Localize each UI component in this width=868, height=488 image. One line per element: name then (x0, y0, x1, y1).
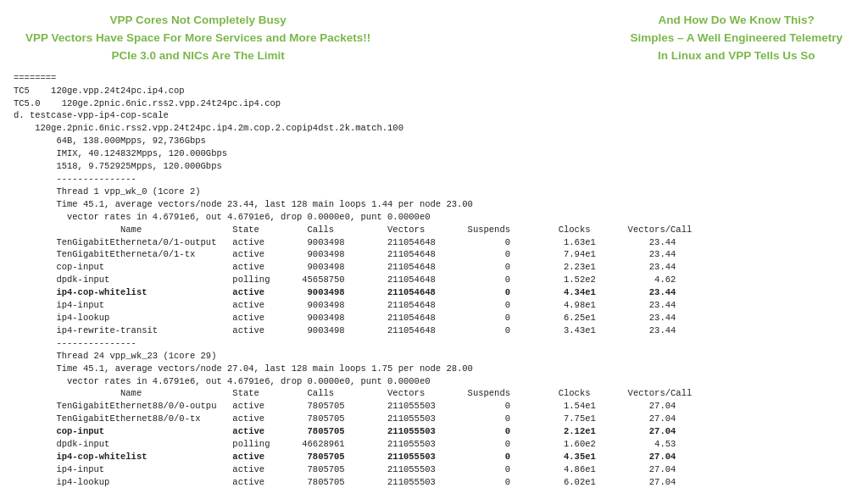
header-right-line3: In Linux and VPP Tells Us So (630, 47, 843, 65)
content-line: dpdk-input polling 45658750 211054648 0 … (14, 274, 676, 285)
content-line: ip4-input active 7805705 211055503 0 4.8… (14, 464, 676, 474)
content-line: TC5 120ge.vpp.24t24pc.ip4.cop (14, 86, 185, 96)
content-line: dpdk-input polling 46628961 211055503 0 … (14, 439, 676, 449)
content-line: Thread 24 vpp_wk_23 (1core 29) (14, 351, 216, 361)
content-line: Time 45.1, average vectors/node 23.44, l… (14, 199, 473, 209)
content-line: TenGigabitEtherneta/0/1-output active 90… (14, 237, 676, 247)
main-content: ======== TC5 120ge.vpp.24t24pc.ip4.cop T… (0, 72, 868, 488)
content-line: TenGigabitEthernet88/0/0-tx active 78057… (14, 413, 676, 424)
content-line: ip4-input active 9003498 211054648 0 4.9… (14, 300, 676, 310)
header-right: And How Do We Know This? Simples – A Wel… (630, 12, 843, 65)
header-left: VPP Cores Not Completely Busy VPP Vector… (25, 12, 370, 65)
content-line: --------------- (14, 338, 136, 348)
content-line: 120ge.2pnic.6nic.rss2.vpp.24t24pc.ip4.2m… (14, 123, 403, 133)
header: VPP Cores Not Completely Busy VPP Vector… (0, 0, 868, 72)
content-line: Name State Calls Vectors Suspends Clocks… (14, 388, 692, 398)
content-line: ip4-lookup active 7805705 211055503 0 6.… (14, 477, 676, 487)
content-line: cop-input active 9003498 211054648 0 2.2… (14, 262, 676, 272)
content-line: Thread 1 vpp_wk_0 (1core 2) (14, 186, 201, 197)
content-line: vector rates in 4.6791e6, out 4.6791e6, … (14, 376, 430, 386)
content-line: ip4-cop-whitelist active 7805705 2110555… (14, 452, 676, 462)
content-line: ======== (14, 73, 56, 83)
header-left-line3: PCIe 3.0 and NICs Are The Limit (25, 47, 370, 65)
content-line: ip4-rewrite-transit active 9003498 21105… (14, 325, 676, 336)
content-line: Name State Calls Vectors Suspends Clocks… (14, 225, 692, 235)
content-line: 1518, 9.752925Mpps, 120.000Gbps (14, 161, 222, 171)
content-line: TenGigabitEthernet88/0/0-outpu active 78… (14, 401, 676, 411)
content-line: 64B, 138.000Mpps, 92,736Gbps (14, 136, 206, 146)
content-line: d. testcase-vpp-ip4-cop-scale (14, 110, 169, 120)
content-line: vector rates in 4.6791e6, out 4.6791e6, … (14, 212, 430, 222)
header-right-line1: And How Do We Know This? (630, 12, 843, 30)
content-line: ip4-lookup active 9003498 211054648 0 6.… (14, 313, 676, 323)
content-line: TenGigabitEtherneta/0/1-tx active 900349… (14, 249, 676, 259)
content-line: ip4-cop-whitelist active 9003498 2110546… (14, 287, 676, 297)
content-line: cop-input active 7805705 211055503 0 2.1… (14, 426, 676, 436)
header-left-line1: VPP Cores Not Completely Busy (25, 12, 370, 30)
content-line: Time 45.1, average vectors/node 27.04, l… (14, 363, 473, 374)
header-left-line2: VPP Vectors Have Space For More Services… (25, 30, 370, 47)
content-line: --------------- (14, 174, 136, 184)
content-line: IMIX, 40.124832Mpps, 120.000Gbps (14, 148, 227, 158)
content-line: TC5.0 120ge.2pnic.6nic.rss2.vpp.24t24pc.… (14, 98, 281, 108)
header-right-line2: Simples – A Well Engineered Telemetry (630, 30, 843, 47)
